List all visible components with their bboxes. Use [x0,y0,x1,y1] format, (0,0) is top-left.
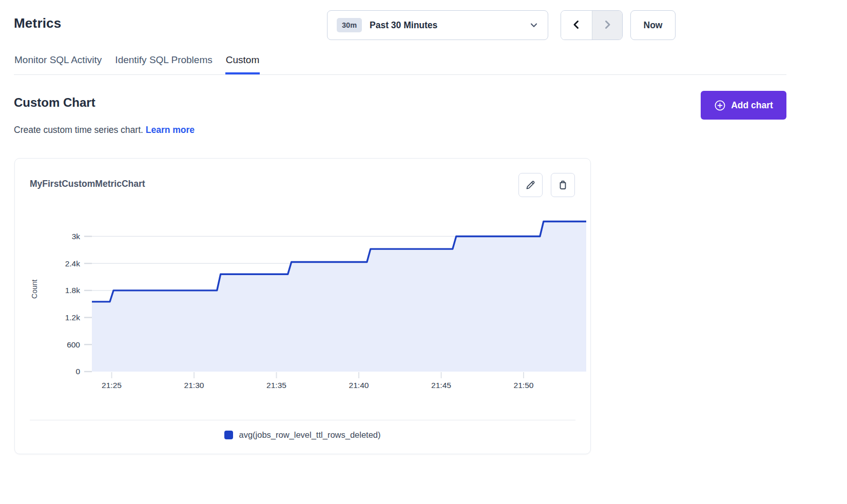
edit-chart-button[interactable] [518,173,543,197]
plus-circle-icon [714,100,726,111]
custom-chart-description: Create custom time series chart. Learn m… [14,125,195,135]
svg-text:0: 0 [75,367,80,376]
trash-icon [557,179,569,191]
time-range-selector[interactable]: 30m Past 30 Minutes [327,10,548,40]
time-window-pager [561,10,623,40]
metrics-tabs: Monitor SQL Activity Identify SQL Proble… [14,53,786,75]
chevron-right-icon [601,18,613,32]
chevron-left-icon [570,18,583,32]
description-text: Create custom time series chart. [14,125,143,135]
pencil-icon [525,179,536,191]
add-chart-button[interactable]: Add chart [701,91,786,120]
now-button[interactable]: Now [630,10,676,40]
previous-window-button[interactable] [561,11,592,40]
chart-title: MyFirstCustomMetricChart [30,173,145,189]
svg-text:21:45: 21:45 [431,381,451,390]
svg-text:Count: Count [30,279,38,298]
svg-text:21:50: 21:50 [514,381,534,390]
svg-text:1.2k: 1.2k [65,313,81,322]
legend-color-swatch [224,431,233,439]
svg-text:1.8k: 1.8k [65,286,81,295]
page-title: Metrics [14,15,61,31]
metrics-page: Metrics 30m Past 30 Minutes No [0,0,847,504]
chart-card-header: MyFirstCustomMetricChart [15,159,590,199]
svg-text:3k: 3k [72,232,81,241]
custom-chart-heading: Custom Chart [14,95,95,110]
delete-chart-button[interactable] [551,173,575,197]
custom-chart-plot[interactable]: 06001.2k1.8k2.4k3k21:2521:3021:3521:4021… [15,195,591,396]
svg-text:21:30: 21:30 [184,381,204,390]
add-chart-label: Add chart [731,100,773,111]
learn-more-link[interactable]: Learn more [146,125,195,135]
legend-series-label: avg(jobs_row_level_ttl_rows_deleted) [239,430,380,440]
chevron-down-icon [529,21,538,30]
tab-custom[interactable]: Custom [225,53,260,74]
svg-text:600: 600 [67,340,80,349]
svg-text:2.4k: 2.4k [65,259,81,268]
time-range-shortcut-badge: 30m [337,18,362,32]
svg-text:21:40: 21:40 [349,381,369,390]
chart-legend: avg(jobs_row_level_ttl_rows_deleted) [30,420,575,454]
svg-text:21:35: 21:35 [266,381,286,390]
custom-metric-chart-card: MyFirstCustomMetricChart [14,158,591,454]
chart-card-actions [518,173,575,197]
tab-identify-sql-problems[interactable]: Identify SQL Problems [114,53,213,74]
time-range-label: Past 30 Minutes [370,20,437,31]
next-window-button[interactable] [592,11,623,40]
tab-monitor-sql-activity[interactable]: Monitor SQL Activity [14,53,102,74]
svg-text:21:25: 21:25 [102,381,122,390]
